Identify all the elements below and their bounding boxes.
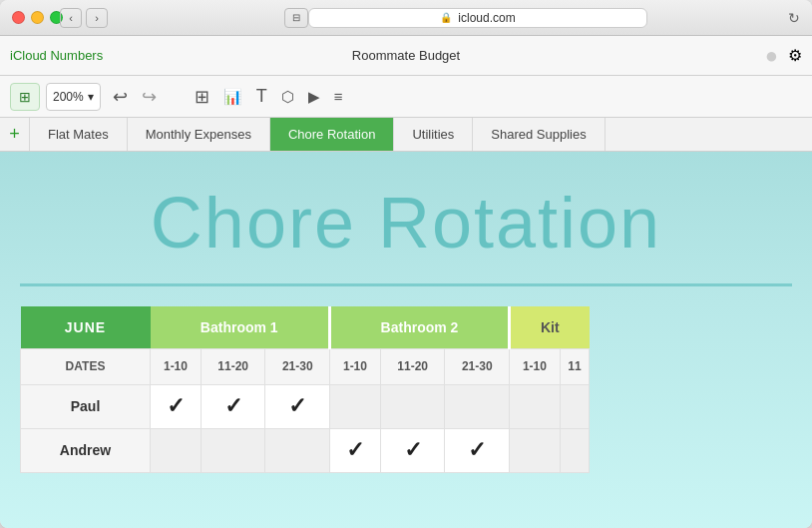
app-brand: iCloud Numbers [10,48,103,63]
zoom-chevron: ▾ [88,90,94,104]
bath1-date2: 11-20 [201,348,265,384]
lock-icon: 🔒 [440,12,452,23]
insert-table-button[interactable]: ⊞ [189,82,215,112]
table-row: Andrew ✓ ✓ ✓ [21,428,590,472]
table-header-row: JUNE Bathroom 1 Bathroom 2 Kit [21,306,590,348]
insert-chart-button[interactable]: 📊 [217,82,248,112]
dates-row: DATES 1-10 11-20 21-30 1-10 11-20 21-30 … [21,348,590,384]
cell-paul-b2-3[interactable] [445,384,510,428]
dates-label: DATES [21,348,151,384]
bath1-date3: 21-30 [265,348,330,384]
app-toolbar: iCloud Numbers Roommate Budget ● ⚙ [0,36,812,76]
bath2-date3: 21-30 [445,348,510,384]
cell-andrew-b2-1[interactable]: ✓ [330,428,381,472]
chore-table: JUNE Bathroom 1 Bathroom 2 Kit DATES 1-1… [20,306,590,473]
table-row: Paul ✓ ✓ ✓ [21,384,590,428]
chore-table-container: JUNE Bathroom 1 Bathroom 2 Kit DATES 1-1… [0,306,812,473]
title-bar: ‹ › ⊟ 🔒 icloud.com ↻ [0,0,812,36]
person-name: Paul [21,384,151,428]
insert-media-button[interactable]: ▶ [302,82,326,112]
bathroom2-header: Bathroom 2 [330,306,510,348]
close-button[interactable] [12,11,25,24]
back-button[interactable]: ‹ [60,8,82,28]
cell-paul-kit-2[interactable] [560,384,589,428]
app-window: ‹ › ⊟ 🔒 icloud.com ↻ iCloud Numbers Room… [0,0,812,528]
insert-icons: ⊞ 📊 T ⬡ ▶ ≡ [189,82,349,112]
tab-shared-supplies[interactable]: Shared Supplies [473,118,605,151]
undo-redo-group: ↩ ↪ [107,82,163,112]
cell-andrew-b1-3[interactable] [265,428,330,472]
tabs-bar: + Flat Mates Monthly Expenses Chore Rota… [0,118,812,152]
cell-paul-b1-2[interactable]: ✓ [201,384,265,428]
cell-andrew-b2-3[interactable]: ✓ [445,428,510,472]
cell-paul-b1-1[interactable]: ✓ [151,384,202,428]
person-name: Andrew [21,428,151,472]
cell-andrew-b2-2[interactable]: ✓ [380,428,445,472]
bath1-date1: 1-10 [151,348,202,384]
month-header: JUNE [21,306,151,348]
nav-buttons: ‹ › [60,8,108,28]
reload-button[interactable]: ↻ [788,10,800,26]
bath2-date2: 11-20 [380,348,445,384]
kit-date1: 1-10 [510,348,561,384]
toolbar-right-icons: ● ⚙ [765,43,802,69]
redo-button[interactable]: ↪ [136,82,163,112]
insert-text-button[interactable]: T [250,82,273,112]
kit-date2: 11 [560,348,589,384]
url-text: icloud.com [458,11,515,25]
cell-paul-b2-1[interactable] [330,384,381,428]
sheet-view-button[interactable]: ⊞ [10,83,40,111]
document-title: Roommate Budget [352,48,460,63]
tab-flat-mates[interactable]: Flat Mates [30,118,128,151]
cell-andrew-kit-1[interactable] [510,428,561,472]
kit-header: Kit [510,306,590,348]
cell-andrew-b1-1[interactable] [151,428,202,472]
forward-button[interactable]: › [86,8,108,28]
zoom-value: 200% [53,90,84,104]
tab-monthly-expenses[interactable]: Monthly Expenses [128,118,270,151]
wrench-icon[interactable]: ⚙ [788,46,802,65]
undo-button[interactable]: ↩ [107,82,134,112]
minimize-button[interactable] [31,11,44,24]
sheet-title: Chore Rotation [0,152,812,283]
bathroom1-header: Bathroom 1 [151,306,330,348]
sheet-content: Chore Rotation JUNE Bathroom 1 Bathroom … [0,152,812,528]
cell-paul-b1-3[interactable]: ✓ [265,384,330,428]
traffic-lights [12,11,63,24]
insert-comment-button[interactable]: ≡ [328,82,349,112]
cell-paul-kit-1[interactable] [510,384,561,428]
cell-paul-b2-2[interactable] [380,384,445,428]
insert-shape-button[interactable]: ⬡ [275,82,300,112]
address-bar[interactable]: 🔒 icloud.com [308,8,647,28]
add-sheet-button[interactable]: + [0,118,30,151]
sidebar-toggle[interactable]: ⊟ [284,8,308,28]
title-underline [20,283,792,286]
bath2-date1: 1-10 [330,348,381,384]
cell-andrew-b1-2[interactable] [201,428,265,472]
cell-andrew-kit-2[interactable] [560,428,589,472]
account-icon: ● [765,43,778,69]
tab-utilities[interactable]: Utilities [394,118,473,151]
controls-bar: ⊞ 200% ▾ ↩ ↪ ⊞ 📊 T ⬡ ▶ ≡ [0,76,812,118]
tab-chore-rotation[interactable]: Chore Rotation [270,118,394,151]
zoom-selector[interactable]: 200% ▾ [46,83,101,111]
